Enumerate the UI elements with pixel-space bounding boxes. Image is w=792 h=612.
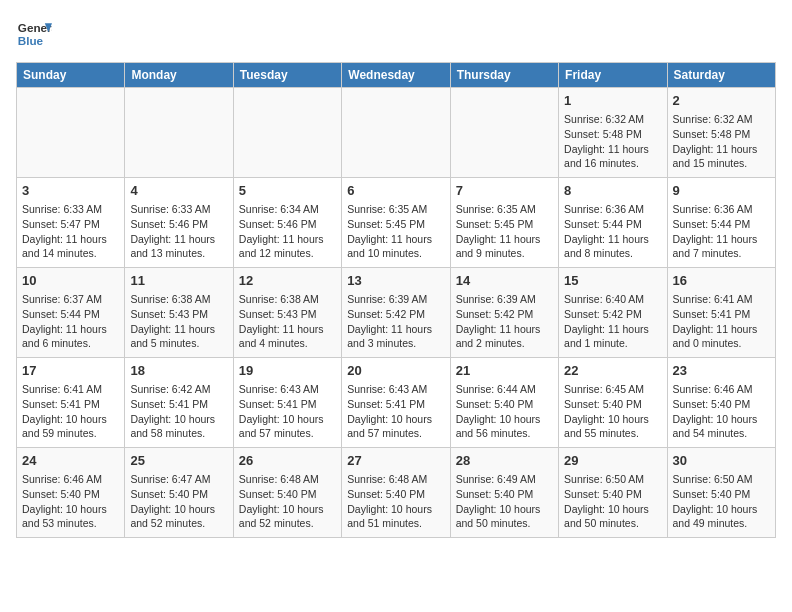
calendar-cell: 22Sunrise: 6:45 AMSunset: 5:40 PMDayligh… [559,358,667,448]
day-number: 9 [673,182,770,200]
day-info: Sunrise: 6:39 AMSunset: 5:42 PMDaylight:… [456,292,553,351]
day-number: 6 [347,182,444,200]
day-info: Sunrise: 6:35 AMSunset: 5:45 PMDaylight:… [456,202,553,261]
logo-icon: General Blue [16,16,52,52]
page-header: General Blue [16,16,776,52]
logo: General Blue [16,16,52,52]
calendar-header: SundayMondayTuesdayWednesdayThursdayFrid… [17,63,776,88]
calendar-cell: 4Sunrise: 6:33 AMSunset: 5:46 PMDaylight… [125,178,233,268]
day-info: Sunrise: 6:39 AMSunset: 5:42 PMDaylight:… [347,292,444,351]
day-number: 16 [673,272,770,290]
calendar-cell: 17Sunrise: 6:41 AMSunset: 5:41 PMDayligh… [17,358,125,448]
calendar-cell: 26Sunrise: 6:48 AMSunset: 5:40 PMDayligh… [233,448,341,538]
svg-text:Blue: Blue [18,34,44,47]
day-info: Sunrise: 6:40 AMSunset: 5:42 PMDaylight:… [564,292,661,351]
day-number: 22 [564,362,661,380]
day-info: Sunrise: 6:49 AMSunset: 5:40 PMDaylight:… [456,472,553,531]
day-number: 20 [347,362,444,380]
day-info: Sunrise: 6:36 AMSunset: 5:44 PMDaylight:… [673,202,770,261]
calendar-table: SundayMondayTuesdayWednesdayThursdayFrid… [16,62,776,538]
weekday-header-saturday: Saturday [667,63,775,88]
day-info: Sunrise: 6:38 AMSunset: 5:43 PMDaylight:… [239,292,336,351]
day-info: Sunrise: 6:43 AMSunset: 5:41 PMDaylight:… [347,382,444,441]
day-info: Sunrise: 6:45 AMSunset: 5:40 PMDaylight:… [564,382,661,441]
day-number: 17 [22,362,119,380]
weekday-header-sunday: Sunday [17,63,125,88]
day-number: 19 [239,362,336,380]
calendar-cell: 16Sunrise: 6:41 AMSunset: 5:41 PMDayligh… [667,268,775,358]
day-info: Sunrise: 6:33 AMSunset: 5:46 PMDaylight:… [130,202,227,261]
calendar-cell: 7Sunrise: 6:35 AMSunset: 5:45 PMDaylight… [450,178,558,268]
calendar-cell: 2Sunrise: 6:32 AMSunset: 5:48 PMDaylight… [667,88,775,178]
calendar-cell: 23Sunrise: 6:46 AMSunset: 5:40 PMDayligh… [667,358,775,448]
day-number: 10 [22,272,119,290]
day-info: Sunrise: 6:46 AMSunset: 5:40 PMDaylight:… [673,382,770,441]
calendar-cell [17,88,125,178]
calendar-cell: 6Sunrise: 6:35 AMSunset: 5:45 PMDaylight… [342,178,450,268]
day-number: 14 [456,272,553,290]
day-info: Sunrise: 6:50 AMSunset: 5:40 PMDaylight:… [564,472,661,531]
weekday-header-tuesday: Tuesday [233,63,341,88]
day-info: Sunrise: 6:43 AMSunset: 5:41 PMDaylight:… [239,382,336,441]
weekday-header-thursday: Thursday [450,63,558,88]
calendar-cell: 5Sunrise: 6:34 AMSunset: 5:46 PMDaylight… [233,178,341,268]
calendar-cell: 1Sunrise: 6:32 AMSunset: 5:48 PMDaylight… [559,88,667,178]
day-info: Sunrise: 6:37 AMSunset: 5:44 PMDaylight:… [22,292,119,351]
day-number: 4 [130,182,227,200]
calendar-cell: 12Sunrise: 6:38 AMSunset: 5:43 PMDayligh… [233,268,341,358]
calendar-cell: 3Sunrise: 6:33 AMSunset: 5:47 PMDaylight… [17,178,125,268]
calendar-cell: 8Sunrise: 6:36 AMSunset: 5:44 PMDaylight… [559,178,667,268]
calendar-cell: 18Sunrise: 6:42 AMSunset: 5:41 PMDayligh… [125,358,233,448]
header-row: SundayMondayTuesdayWednesdayThursdayFrid… [17,63,776,88]
day-number: 21 [456,362,553,380]
day-number: 12 [239,272,336,290]
day-number: 13 [347,272,444,290]
day-info: Sunrise: 6:41 AMSunset: 5:41 PMDaylight:… [22,382,119,441]
day-info: Sunrise: 6:33 AMSunset: 5:47 PMDaylight:… [22,202,119,261]
calendar-cell: 20Sunrise: 6:43 AMSunset: 5:41 PMDayligh… [342,358,450,448]
calendar-cell: 13Sunrise: 6:39 AMSunset: 5:42 PMDayligh… [342,268,450,358]
day-info: Sunrise: 6:32 AMSunset: 5:48 PMDaylight:… [564,112,661,171]
day-number: 18 [130,362,227,380]
day-info: Sunrise: 6:36 AMSunset: 5:44 PMDaylight:… [564,202,661,261]
calendar-cell: 30Sunrise: 6:50 AMSunset: 5:40 PMDayligh… [667,448,775,538]
day-number: 25 [130,452,227,470]
day-number: 24 [22,452,119,470]
weekday-header-wednesday: Wednesday [342,63,450,88]
calendar-cell: 27Sunrise: 6:48 AMSunset: 5:40 PMDayligh… [342,448,450,538]
calendar-cell [233,88,341,178]
calendar-cell [342,88,450,178]
calendar-cell: 25Sunrise: 6:47 AMSunset: 5:40 PMDayligh… [125,448,233,538]
day-info: Sunrise: 6:41 AMSunset: 5:41 PMDaylight:… [673,292,770,351]
day-info: Sunrise: 6:46 AMSunset: 5:40 PMDaylight:… [22,472,119,531]
day-info: Sunrise: 6:44 AMSunset: 5:40 PMDaylight:… [456,382,553,441]
day-info: Sunrise: 6:38 AMSunset: 5:43 PMDaylight:… [130,292,227,351]
day-info: Sunrise: 6:35 AMSunset: 5:45 PMDaylight:… [347,202,444,261]
calendar-body: 1Sunrise: 6:32 AMSunset: 5:48 PMDaylight… [17,88,776,538]
day-info: Sunrise: 6:48 AMSunset: 5:40 PMDaylight:… [239,472,336,531]
day-number: 26 [239,452,336,470]
day-number: 7 [456,182,553,200]
calendar-week-5: 24Sunrise: 6:46 AMSunset: 5:40 PMDayligh… [17,448,776,538]
day-number: 29 [564,452,661,470]
calendar-cell: 15Sunrise: 6:40 AMSunset: 5:42 PMDayligh… [559,268,667,358]
day-info: Sunrise: 6:32 AMSunset: 5:48 PMDaylight:… [673,112,770,171]
day-info: Sunrise: 6:48 AMSunset: 5:40 PMDaylight:… [347,472,444,531]
day-number: 1 [564,92,661,110]
day-number: 8 [564,182,661,200]
day-number: 28 [456,452,553,470]
day-number: 11 [130,272,227,290]
weekday-header-friday: Friday [559,63,667,88]
day-info: Sunrise: 6:47 AMSunset: 5:40 PMDaylight:… [130,472,227,531]
calendar-cell: 24Sunrise: 6:46 AMSunset: 5:40 PMDayligh… [17,448,125,538]
day-info: Sunrise: 6:42 AMSunset: 5:41 PMDaylight:… [130,382,227,441]
calendar-cell: 14Sunrise: 6:39 AMSunset: 5:42 PMDayligh… [450,268,558,358]
calendar-cell: 11Sunrise: 6:38 AMSunset: 5:43 PMDayligh… [125,268,233,358]
calendar-week-3: 10Sunrise: 6:37 AMSunset: 5:44 PMDayligh… [17,268,776,358]
day-number: 30 [673,452,770,470]
day-number: 23 [673,362,770,380]
weekday-header-monday: Monday [125,63,233,88]
day-number: 5 [239,182,336,200]
calendar-week-4: 17Sunrise: 6:41 AMSunset: 5:41 PMDayligh… [17,358,776,448]
calendar-cell [125,88,233,178]
